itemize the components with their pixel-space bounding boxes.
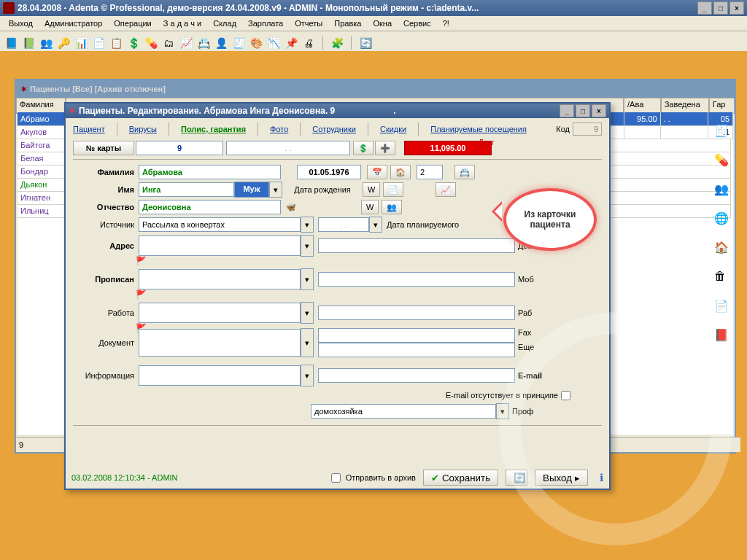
col-created[interactable]: Заведена [661,98,709,114]
address-dropdown-icon[interactable]: ▾ [301,235,314,257]
tab-viruses[interactable]: Вирусы [129,125,157,133]
tab-staff[interactable]: Сотрудники [312,125,356,133]
info-dropdown-icon[interactable]: ▾ [301,365,314,386]
side-icon-5[interactable]: 🗑 [714,270,729,284]
toolbar-icon-7[interactable]: 💲 [125,35,142,51]
profession-select[interactable] [311,404,496,419]
menu-tasks[interactable]: З а д а ч и [158,18,207,29]
planned-date-input[interactable] [318,217,369,232]
menu-edit[interactable]: Правка [328,18,367,29]
toolbar-icon-10[interactable]: 📈 [178,35,194,51]
menu-ops[interactable]: Операции [108,18,157,29]
menu-windows[interactable]: Окна [367,18,398,29]
doc-button[interactable]: 📄 [383,182,403,197]
toolbar-icon-5[interactable]: 📄 [90,35,107,51]
document-dropdown-icon[interactable]: ▾ [301,328,314,357]
side-icon-1[interactable]: 💊 [714,153,729,168]
document-input[interactable] [139,329,301,357]
toolbar-icon-14[interactable]: 🎨 [248,35,264,51]
col-gar[interactable]: Гар [709,98,735,114]
group-button[interactable]: 👥 [382,200,402,214]
gender-dropdown-icon[interactable]: ▾ [269,182,282,198]
phone-fax-input[interactable] [318,328,515,343]
tab-policy[interactable]: Полис, гарантия [181,125,246,133]
address-input[interactable] [139,236,301,256]
date-action2-button[interactable]: 🏠 [390,165,411,179]
tab-photo[interactable]: Фото [270,125,288,133]
email-input[interactable] [318,368,515,383]
work-dropdown-icon[interactable]: ▾ [301,302,314,324]
tab-patient[interactable]: Пациент [73,125,105,133]
toolbar-icon-1[interactable]: 📗 [20,35,36,51]
work-input[interactable] [139,303,301,323]
col-avail[interactable]: /Ава [624,98,661,114]
phone-mobile-input[interactable] [318,272,515,287]
registered-dropdown-icon[interactable]: ▾ [301,268,314,290]
maximize-button[interactable]: □ [713,1,728,15]
minimize-button[interactable]: _ [697,1,712,15]
toolbar-icon-15[interactable]: 📉 [266,35,282,51]
toolbar-icon-19[interactable]: 🔄 [357,35,374,51]
date-action1-button[interactable]: 📅 [367,165,387,179]
phone-work-input[interactable] [318,306,515,320]
menu-stock[interactable]: Склад [207,18,242,29]
card-number-button[interactable]: № карты [73,141,134,155]
menu-help[interactable]: ?! [437,18,455,29]
gender-select[interactable]: Муж [234,182,269,198]
dob-input[interactable] [297,165,361,179]
side-icon-7[interactable]: 📕 [714,328,729,343]
email-missing-checkbox[interactable] [561,391,570,400]
card-action-button[interactable]: 📇 [454,165,475,179]
phone-home-input[interactable] [318,238,515,253]
info-input[interactable] [139,365,301,386]
toolbar-icon-4[interactable]: 📊 [73,35,89,51]
toolbar-icon-18[interactable]: 🧩 [329,35,345,51]
side-icon-3[interactable]: 🌐 [714,211,729,226]
close-button[interactable]: × [729,1,744,15]
menu-admin[interactable]: Администратор [39,18,108,29]
edit-maximize-button[interactable]: □ [576,104,590,117]
side-icon-6[interactable]: 📄 [714,299,729,314]
refresh-button[interactable]: 🔄 [506,470,527,486]
exit-button[interactable]: Выход ▸ [535,470,588,486]
menu-exit[interactable]: Выход [3,18,39,29]
chart-button[interactable]: 📈 [436,182,456,197]
toolbar-icon-12[interactable]: 👤 [213,35,229,51]
word-button[interactable]: W [363,182,380,197]
archive-checkbox[interactable] [331,473,341,483]
surname-input[interactable] [139,165,281,179]
toolbar-icon-8[interactable]: 💊 [143,35,159,51]
help-icon[interactable]: ℹ [600,472,603,483]
flag-icon[interactable]: 🚩 [136,289,146,300]
side-icon-0[interactable]: 🧾 [714,124,729,139]
patronymic-input[interactable] [139,200,281,214]
toolbar-icon-3[interactable]: 🔑 [55,35,71,51]
word2-button[interactable]: W [361,200,379,214]
edit-close-button[interactable]: × [592,104,606,117]
toolbar-icon-16[interactable]: 📌 [283,35,299,51]
menu-salary[interactable]: Зарплата [242,18,289,29]
house-num-input[interactable] [417,165,443,179]
toolbar-icon-11[interactable]: 📇 [196,35,212,51]
archive-checkbox-label[interactable]: Отправить в архив [328,471,416,485]
source-select[interactable] [139,217,301,232]
name-input[interactable] [139,182,234,197]
edit-minimize-button[interactable]: _ [560,104,574,117]
tab-discounts[interactable]: Скидки [380,125,406,133]
col-surname[interactable]: Фамилия [16,98,66,114]
toolbar-icon-0[interactable]: 📘 [3,35,19,51]
toolbar-icon-6[interactable]: 📋 [108,35,124,51]
toolbar-icon-13[interactable]: 🧾 [231,35,247,51]
menu-reports[interactable]: Отчеты [289,18,328,29]
side-icon-4[interactable]: 🏠 [714,241,729,255]
flag-icon[interactable]: 🚩 [136,256,146,266]
add-payment-button[interactable]: ➕ [375,141,395,155]
registered-input[interactable] [139,269,301,289]
phone-other-input[interactable] [318,343,515,357]
source-dropdown-icon[interactable]: ▾ [301,217,314,233]
toolbar-icon-17[interactable]: 🖨 [301,35,317,51]
toolbar-icon-9[interactable]: 🗂 [160,35,177,51]
side-icon-2[interactable]: 👥 [714,182,729,197]
save-button[interactable]: ✔Сохранить [423,470,498,486]
planned-dropdown-icon[interactable]: ▾ [369,217,382,233]
